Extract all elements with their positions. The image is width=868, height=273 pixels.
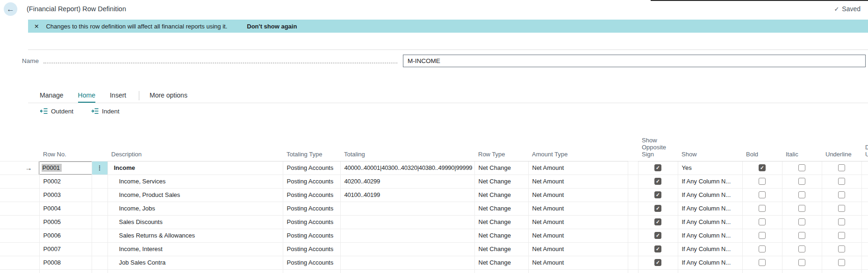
- spacer-cell[interactable]: [628, 188, 638, 202]
- underline-cell[interactable]: [822, 215, 861, 229]
- column-header-italic[interactable]: Italic: [782, 117, 822, 161]
- underline-checkbox[interactable]: [838, 164, 845, 171]
- description-cell[interactable]: Income, Services: [108, 175, 283, 188]
- row-no-cell[interactable]: P0005: [39, 215, 92, 229]
- row-menu-cell[interactable]: [92, 229, 108, 242]
- spacer-cell[interactable]: [628, 229, 638, 242]
- empty-cell[interactable]: [628, 269, 638, 273]
- double-underline-cell[interactable]: [861, 256, 868, 269]
- totaling-type-cell[interactable]: Posting Accounts: [283, 175, 340, 188]
- show-opposite-sign-cell[interactable]: ✓: [638, 256, 678, 269]
- totaling-type-cell[interactable]: Posting Accounts: [283, 202, 340, 215]
- row-type-cell[interactable]: Net Change: [474, 229, 528, 242]
- row-no-cell[interactable]: P0008: [39, 256, 92, 269]
- totaling-cell[interactable]: 40000..40001|40300..40320|40380..49990|9…: [340, 161, 474, 175]
- italic-cell[interactable]: [782, 256, 822, 269]
- totaling-cell[interactable]: [340, 242, 474, 256]
- italic-checkbox[interactable]: [798, 178, 805, 185]
- show-opposite-sign-checkbox[interactable]: ✓: [654, 205, 661, 212]
- row-no-cell[interactable]: P0006: [39, 229, 92, 242]
- description-cell[interactable]: Income, Product Sales: [108, 188, 283, 202]
- bold-checkbox[interactable]: [759, 259, 766, 266]
- spacer-cell[interactable]: [628, 215, 638, 229]
- empty-cell[interactable]: [822, 269, 861, 273]
- bold-cell[interactable]: [742, 175, 782, 188]
- double-underline-cell[interactable]: [861, 175, 868, 188]
- italic-cell[interactable]: [782, 161, 822, 175]
- show-cell[interactable]: If Any Column N...: [678, 242, 742, 256]
- spacer-cell[interactable]: [628, 242, 638, 256]
- double-underline-cell[interactable]: [861, 161, 868, 175]
- italic-checkbox[interactable]: [798, 191, 805, 198]
- row-no-input[interactable]: P0001: [39, 161, 93, 175]
- show-opposite-sign-checkbox[interactable]: ✓: [654, 164, 661, 171]
- show-opposite-sign-cell[interactable]: ✓: [638, 188, 678, 202]
- row-no-cell[interactable]: P0004: [39, 202, 92, 215]
- show-opposite-sign-cell[interactable]: ✓: [638, 161, 678, 175]
- italic-cell[interactable]: [782, 229, 822, 242]
- underline-checkbox[interactable]: [838, 245, 845, 252]
- description-cell[interactable]: Sales Returns & Allowances: [108, 229, 283, 242]
- show-opposite-sign-checkbox[interactable]: ✓: [654, 245, 661, 252]
- totaling-type-cell[interactable]: Posting Accounts: [283, 242, 340, 256]
- bold-cell[interactable]: [742, 188, 782, 202]
- italic-checkbox[interactable]: [798, 259, 805, 266]
- description-cell[interactable]: Job Sales Contra: [108, 256, 283, 269]
- totaling-type-cell[interactable]: Posting Accounts: [283, 188, 340, 202]
- empty-cell[interactable]: [283, 269, 340, 273]
- bold-checkbox[interactable]: [759, 218, 766, 225]
- show-opposite-sign-cell[interactable]: ✓: [638, 202, 678, 215]
- empty-cell[interactable]: [678, 269, 742, 273]
- underline-cell[interactable]: [822, 229, 861, 242]
- column-header-show[interactable]: Show: [678, 117, 742, 161]
- totaling-type-cell[interactable]: Posting Accounts: [283, 229, 340, 242]
- underline-cell[interactable]: [822, 161, 861, 175]
- show-opposite-sign-checkbox[interactable]: ✓: [654, 218, 661, 225]
- double-underline-cell[interactable]: [861, 229, 868, 242]
- totaling-cell[interactable]: [340, 215, 474, 229]
- empty-cell[interactable]: [782, 269, 822, 273]
- row-menu-cell[interactable]: [92, 256, 108, 269]
- totaling-cell[interactable]: [340, 229, 474, 242]
- row-no-cell[interactable]: P0007: [39, 242, 92, 256]
- column-header-totaling-type[interactable]: Totaling Type: [283, 117, 340, 161]
- amount-type-cell[interactable]: Net Amount: [528, 175, 628, 188]
- bold-checkbox[interactable]: [759, 178, 766, 185]
- column-header-totaling[interactable]: Totaling: [340, 117, 474, 161]
- empty-cell[interactable]: [742, 269, 782, 273]
- show-opposite-sign-cell[interactable]: ✓: [638, 242, 678, 256]
- indent-button[interactable]: Indent: [91, 107, 120, 115]
- show-cell[interactable]: If Any Column N...: [678, 202, 742, 215]
- more-options-button[interactable]: More options: [150, 91, 187, 103]
- row-type-cell[interactable]: Net Change: [474, 188, 528, 202]
- totaling-cell[interactable]: 40100..40199: [340, 188, 474, 202]
- italic-cell[interactable]: [782, 242, 822, 256]
- totaling-type-cell[interactable]: Posting Accounts: [283, 215, 340, 229]
- outdent-button[interactable]: Outdent: [40, 107, 73, 115]
- tab-insert[interactable]: Insert: [110, 91, 126, 103]
- amount-type-cell[interactable]: Net Amount: [528, 188, 628, 202]
- underline-cell[interactable]: [822, 256, 861, 269]
- amount-type-cell[interactable]: Net Amount: [528, 256, 628, 269]
- underline-checkbox[interactable]: [838, 232, 845, 239]
- spacer-cell[interactable]: [628, 175, 638, 188]
- row-type-cell[interactable]: Net Change: [474, 256, 528, 269]
- row-selector-cell[interactable]: [0, 242, 39, 256]
- totaling-type-cell[interactable]: Posting Accounts: [283, 256, 340, 269]
- tab-manage[interactable]: Manage: [40, 91, 64, 103]
- row-menu-cell[interactable]: [92, 188, 108, 202]
- italic-cell[interactable]: [782, 175, 822, 188]
- underline-cell[interactable]: [822, 188, 861, 202]
- empty-cell[interactable]: [474, 269, 528, 273]
- row-selector-cell[interactable]: [0, 175, 39, 188]
- bold-cell[interactable]: [742, 242, 782, 256]
- row-menu-cell[interactable]: [92, 175, 108, 188]
- row-menu-cell[interactable]: [92, 242, 108, 256]
- empty-cell[interactable]: [39, 269, 92, 273]
- row-no-cell[interactable]: P0002: [39, 175, 92, 188]
- tab-home[interactable]: Home: [78, 91, 95, 103]
- empty-cell[interactable]: [0, 269, 39, 273]
- italic-checkbox[interactable]: [798, 205, 805, 212]
- show-opposite-sign-checkbox[interactable]: ✓: [654, 191, 661, 198]
- bold-checkbox[interactable]: [759, 205, 766, 212]
